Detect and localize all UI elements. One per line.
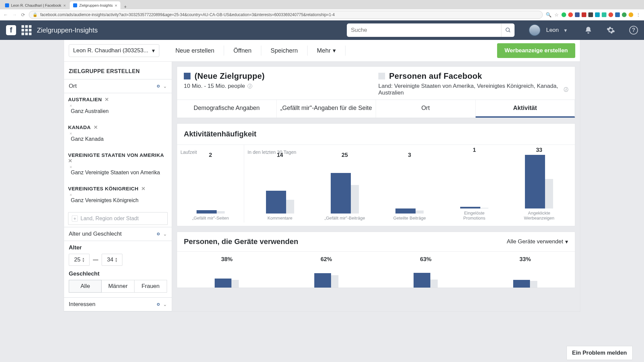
country-scope[interactable]: Ganz Vereinigte Staaten von Amerika xyxy=(68,164,168,179)
bar-comparison[interactable] xyxy=(231,280,239,288)
gender-men-button[interactable]: Männer xyxy=(102,280,134,293)
open-link[interactable]: Öffnen xyxy=(224,46,261,56)
zoom-icon[interactable]: 🔍 xyxy=(545,12,551,18)
add-location-input[interactable]: Land, Region oder Stadt xyxy=(68,212,168,225)
bar[interactable] xyxy=(460,207,480,208)
avatar[interactable] xyxy=(529,24,541,36)
bar-comparison[interactable] xyxy=(217,211,225,214)
browser-tab[interactable]: Leon R. Chaudhari | Facebook × xyxy=(2,1,69,9)
bar-comparison[interactable] xyxy=(545,179,553,208)
remove-icon[interactable]: ✕ xyxy=(103,97,109,102)
audience-color-swatch xyxy=(184,73,191,79)
bar-comparison[interactable] xyxy=(286,200,294,214)
extension-icon[interactable] xyxy=(608,12,613,17)
search-button[interactable] xyxy=(501,23,515,37)
age-from-select[interactable]: 25▴▾ xyxy=(69,254,90,266)
star-icon[interactable]: ☆ xyxy=(553,12,559,18)
bar[interactable] xyxy=(314,273,331,288)
extensions: 🔍 ☆ ⋮ xyxy=(545,12,641,18)
bar[interactable] xyxy=(525,155,545,208)
address-bar[interactable]: 🔒 facebook.com/ads/audience-insights/act… xyxy=(29,11,543,19)
bar-group: 25 „Gefällt mir"-Beiträge xyxy=(323,152,366,221)
user-name[interactable]: Leon xyxy=(546,27,559,34)
extension-icon[interactable] xyxy=(568,12,573,17)
bar[interactable] xyxy=(331,173,351,214)
new-tab-button[interactable]: + xyxy=(121,4,129,9)
extension-icon[interactable] xyxy=(561,12,566,17)
reload-icon[interactable]: ⟳ xyxy=(20,12,26,18)
sidebar: ZIELGRUPPE ERSTELLEN Ort ⌄ AUSTRALIEN ✕ … xyxy=(64,62,172,311)
device-bar-group: 38% xyxy=(200,256,254,288)
bar-comparison[interactable] xyxy=(416,210,424,214)
extension-icon[interactable] xyxy=(582,12,586,17)
close-icon[interactable]: × xyxy=(63,3,66,8)
bar[interactable] xyxy=(513,280,530,288)
gear-icon[interactable] xyxy=(606,26,615,35)
tab-location[interactable]: Ort xyxy=(376,100,476,118)
chevron-down-icon: ⌄ xyxy=(163,302,167,307)
extension-icon[interactable] xyxy=(629,12,633,17)
feedback-button[interactable]: Ein Problem melden xyxy=(567,346,633,360)
country-scope[interactable]: Ganz Vereinigtes Königreich xyxy=(68,192,168,207)
age-to-select[interactable]: 34▴▾ xyxy=(102,254,122,266)
remove-icon[interactable]: ✕ xyxy=(140,186,146,191)
extension-icon[interactable] xyxy=(575,12,580,17)
filter-interests-header[interactable]: Interessen ⌄ xyxy=(64,297,172,311)
sidebar-title: ZIELGRUPPE ERSTELLEN xyxy=(64,66,172,79)
tab-demographics[interactable]: Demografische Angaben xyxy=(177,100,277,118)
new-link[interactable]: Neue erstellen xyxy=(166,46,224,56)
bar-comparison[interactable] xyxy=(351,185,359,214)
account-dropdown[interactable]: Leon R. Chaudhari (303253... ▾ xyxy=(69,44,159,57)
forward-icon[interactable]: → xyxy=(11,12,17,18)
info-icon[interactable]: i xyxy=(564,87,568,92)
tab-page-likes[interactable]: „Gefällt mir"-Angaben für die Seite xyxy=(277,100,376,118)
chevron-down-icon: ⌄ xyxy=(163,83,167,89)
save-link[interactable]: Speichern xyxy=(261,46,308,56)
devices-filter-dropdown[interactable]: Alle Geräte verwendet▾ xyxy=(507,238,568,245)
location-item: VEREINIGTES KÖNIGREICH ✕ Ganz Vereinigte… xyxy=(64,182,172,210)
apps-grid-icon[interactable] xyxy=(21,25,32,35)
tab-activity[interactable]: Aktivität xyxy=(476,100,575,118)
bar[interactable] xyxy=(414,273,430,288)
bar[interactable] xyxy=(197,210,217,214)
bar-comparison[interactable] xyxy=(480,208,488,208)
bar[interactable] xyxy=(395,208,416,214)
menu-icon[interactable]: ⋮ xyxy=(635,12,641,18)
facebook-logo[interactable]: f xyxy=(6,25,16,35)
chevron-down-icon: ⌄ xyxy=(163,231,167,237)
remove-icon[interactable]: ✕ xyxy=(68,158,72,164)
extension-icon[interactable] xyxy=(615,12,620,17)
remove-icon[interactable]: ✕ xyxy=(92,124,98,130)
bar[interactable] xyxy=(266,191,286,214)
more-link[interactable]: Mehr ▾ xyxy=(308,46,345,56)
filter-label: Ort xyxy=(69,83,77,89)
info-icon[interactable]: i xyxy=(248,84,252,88)
bar-category: Geteilte Beiträge xyxy=(393,216,426,221)
bar[interactable] xyxy=(215,279,231,288)
bell-icon[interactable] xyxy=(584,26,592,34)
browser-tab[interactable]: Zielgruppen-Insights × xyxy=(70,1,120,9)
back-icon[interactable]: ← xyxy=(3,12,9,18)
bar-comparison[interactable] xyxy=(430,280,438,288)
gender-women-button[interactable]: Frauen xyxy=(135,280,167,293)
country-scope[interactable]: Ganz Australien xyxy=(68,103,168,118)
main-panel: (Neue Zielgruppe) 10 Mio. - 15 Mio. peop… xyxy=(172,62,580,311)
help-icon[interactable]: ? xyxy=(629,26,638,35)
bar-comparison[interactable] xyxy=(331,275,338,288)
extension-icon[interactable] xyxy=(602,12,606,17)
bar-value: 2 xyxy=(209,152,212,159)
extension-icon[interactable] xyxy=(622,12,627,17)
chevron-down-icon[interactable]: ▾ xyxy=(564,27,567,34)
search-input[interactable] xyxy=(347,23,501,37)
bar-value: 1 xyxy=(473,147,476,154)
bar-group: 3 Geteilte Beiträge xyxy=(388,152,431,221)
create-ad-button[interactable]: Werbeanzeige erstellen xyxy=(497,43,575,58)
extension-icon[interactable] xyxy=(595,12,600,17)
country-scope[interactable]: Ganz Kanada xyxy=(68,130,168,145)
gender-all-button[interactable]: Alle xyxy=(69,280,102,293)
filter-location-header[interactable]: Ort ⌄ xyxy=(64,79,172,93)
extension-icon[interactable] xyxy=(588,12,593,17)
filter-age-gender-header[interactable]: Alter und Geschlecht ⌄ xyxy=(64,227,172,241)
close-icon[interactable]: × xyxy=(115,3,117,8)
bar-comparison[interactable] xyxy=(530,281,537,288)
